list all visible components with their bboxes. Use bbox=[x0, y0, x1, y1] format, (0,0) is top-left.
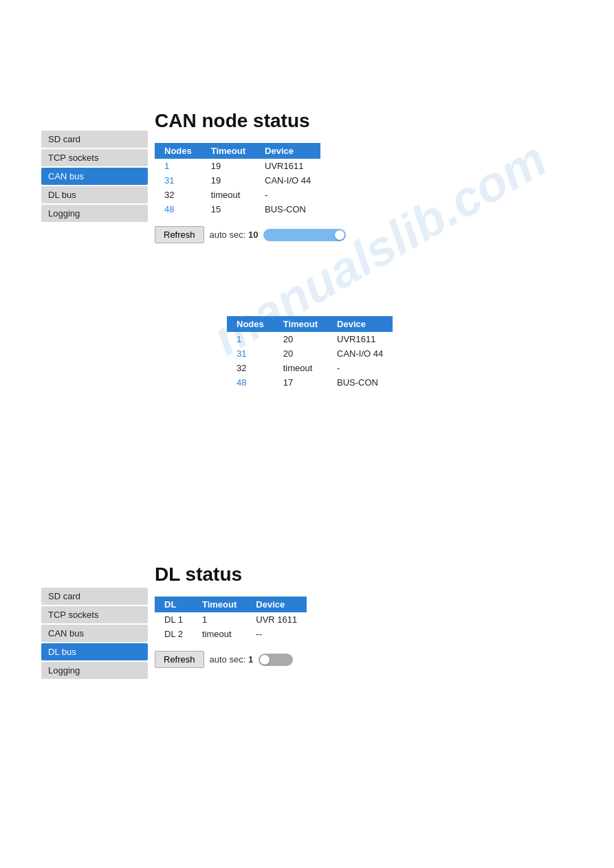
dl-auto-label: auto sec: 1 bbox=[210, 654, 254, 665]
can2-node-2[interactable]: 31 bbox=[227, 346, 274, 361]
dl-refresh-button[interactable]: Refresh bbox=[155, 651, 204, 668]
can-node-4[interactable]: 48 bbox=[155, 202, 201, 216]
table-row: 32 timeout - bbox=[155, 188, 320, 202]
can2-timeout-4: 17 bbox=[274, 375, 327, 390]
dl-status-section: DL status DL Timeout Device DL 1 1 UVR 1… bbox=[155, 564, 307, 675]
can-device-3: - bbox=[255, 188, 320, 202]
can-header-nodes: Nodes bbox=[155, 143, 201, 159]
can2-header-timeout: Timeout bbox=[274, 316, 327, 332]
can-device-2: CAN-I/O 44 bbox=[255, 173, 320, 188]
sidebar-item-sdcard[interactable]: SD card bbox=[41, 131, 148, 148]
table-row: 31 19 CAN-I/O 44 bbox=[155, 173, 320, 188]
dl-section-title: DL status bbox=[155, 564, 307, 586]
sidebar2-item-logging[interactable]: Logging bbox=[41, 662, 148, 679]
sidebar-item-dlbus[interactable]: DL bus bbox=[41, 186, 148, 203]
can-status-section: CAN node status Nodes Timeout Device 1 1… bbox=[155, 110, 346, 250]
can2-timeout-3: timeout bbox=[274, 361, 327, 375]
sidebar-item-canbus[interactable]: CAN bus bbox=[41, 168, 148, 185]
dl-header-dl: DL bbox=[155, 597, 193, 612]
dl-status-table: DL Timeout Device DL 1 1 UVR 1611 DL 2 t… bbox=[155, 597, 307, 641]
dl-row2-dl: DL 2 bbox=[155, 627, 193, 641]
dl-auto-value: 1 bbox=[248, 654, 253, 665]
sidebar2-item-sdcard[interactable]: SD card bbox=[41, 588, 148, 605]
can-timeout-1: 19 bbox=[201, 159, 255, 173]
dl-row2-timeout: timeout bbox=[193, 627, 246, 641]
dl-row1-timeout: 1 bbox=[193, 612, 246, 627]
can-device-1: UVR1611 bbox=[255, 159, 320, 173]
table-row: 1 19 UVR1611 bbox=[155, 159, 320, 173]
dl-header-device: Device bbox=[246, 597, 307, 612]
dl-row1-device: UVR 1611 bbox=[246, 612, 307, 627]
dl-toggle-track[interactable] bbox=[259, 654, 293, 666]
can2-header-device: Device bbox=[327, 316, 393, 332]
sidebar2-item-dlbus[interactable]: DL bus bbox=[41, 643, 148, 660]
can-device-4: BUS-CON bbox=[255, 202, 320, 216]
can-header-device: Device bbox=[255, 143, 320, 159]
can2-node-1[interactable]: 1 bbox=[227, 332, 274, 346]
table-row: DL 1 1 UVR 1611 bbox=[155, 612, 307, 627]
can-refresh-row: Refresh auto sec: 10 bbox=[155, 226, 346, 243]
can-header-timeout: Timeout bbox=[201, 143, 255, 159]
can2-device-2: CAN-I/O 44 bbox=[327, 346, 393, 361]
can-toggle-track[interactable] bbox=[263, 229, 346, 241]
table-row: 1 20 UVR1611 bbox=[227, 332, 393, 346]
sidebar-dl: SD card TCP sockets CAN bus DL bus Loggi… bbox=[41, 588, 148, 679]
can-section-title: CAN node status bbox=[155, 110, 346, 132]
table-row: DL 2 timeout -- bbox=[155, 627, 307, 641]
sidebar2-item-tcpsockets[interactable]: TCP sockets bbox=[41, 606, 148, 623]
can2-device-1: UVR1611 bbox=[327, 332, 393, 346]
can2-header-nodes: Nodes bbox=[227, 316, 274, 332]
can2-device-4: BUS-CON bbox=[327, 375, 393, 390]
dl-row2-device: -- bbox=[246, 627, 307, 641]
can-status-table: Nodes Timeout Device 1 19 UVR1611 31 19 … bbox=[155, 143, 320, 216]
can-status-section-2: Nodes Timeout Device 1 20 UVR1611 31 20 … bbox=[227, 316, 393, 399]
can-timeout-4: 15 bbox=[201, 202, 255, 216]
dl-toggle-thumb bbox=[260, 655, 270, 665]
dl-refresh-row: Refresh auto sec: 1 bbox=[155, 651, 307, 668]
can-timeout-2: 19 bbox=[201, 173, 255, 188]
sidebar-can: SD card TCP sockets CAN bus DL bus Loggi… bbox=[41, 131, 148, 222]
can-toggle-thumb bbox=[335, 230, 344, 240]
dl-row1-dl: DL 1 bbox=[155, 612, 193, 627]
can-auto-label: auto sec: 10 bbox=[210, 230, 259, 240]
can-status-table-2: Nodes Timeout Device 1 20 UVR1611 31 20 … bbox=[227, 316, 393, 390]
table-row: 31 20 CAN-I/O 44 bbox=[227, 346, 393, 361]
can-node-1[interactable]: 1 bbox=[155, 159, 201, 173]
can-auto-value: 10 bbox=[248, 230, 258, 240]
page-wrapper: manualslib.com SD card TCP sockets CAN b… bbox=[0, 0, 614, 868]
can2-node-4[interactable]: 48 bbox=[227, 375, 274, 390]
can2-device-3: - bbox=[327, 361, 393, 375]
can-node-3: 32 bbox=[155, 188, 201, 202]
can2-timeout-2: 20 bbox=[274, 346, 327, 361]
table-row: 32 timeout - bbox=[227, 361, 393, 375]
sidebar-item-logging[interactable]: Logging bbox=[41, 205, 148, 222]
dl-header-timeout: Timeout bbox=[193, 597, 246, 612]
sidebar-item-tcpsockets[interactable]: TCP sockets bbox=[41, 149, 148, 166]
table-row: 48 15 BUS-CON bbox=[155, 202, 320, 216]
can-timeout-3: timeout bbox=[201, 188, 255, 202]
table-row: 48 17 BUS-CON bbox=[227, 375, 393, 390]
sidebar2-item-canbus[interactable]: CAN bus bbox=[41, 625, 148, 642]
can-refresh-button[interactable]: Refresh bbox=[155, 226, 204, 243]
can2-node-3: 32 bbox=[227, 361, 274, 375]
can-node-2[interactable]: 31 bbox=[155, 173, 201, 188]
can2-timeout-1: 20 bbox=[274, 332, 327, 346]
